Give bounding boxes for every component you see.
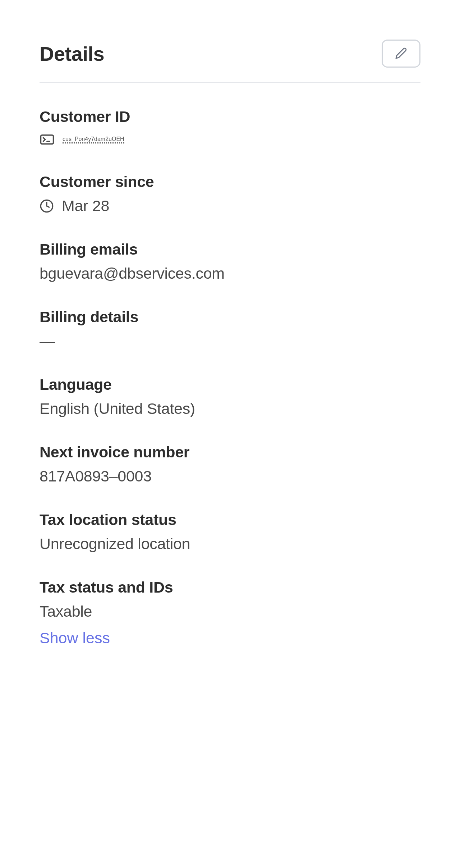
tax-status-and-ids-value: Taxable <box>40 603 420 620</box>
tax-location-status-field: Tax location status Unrecognized locatio… <box>40 511 420 553</box>
customer-id-field: Customer ID cus_Pon4y7dam2uOEH <box>40 108 420 147</box>
customer-since-value: Mar 28 <box>62 197 109 215</box>
details-header: Details <box>40 40 420 83</box>
page-title: Details <box>40 42 104 65</box>
show-less-link[interactable]: Show less <box>40 629 110 647</box>
customer-id-label: Customer ID <box>40 108 420 125</box>
customer-id-value[interactable]: cus_Pon4y7dam2uOEH <box>63 136 124 143</box>
next-invoice-number-label: Next invoice number <box>40 443 420 461</box>
billing-emails-value: bguevara@dbservices.com <box>40 265 420 282</box>
billing-details-field: Billing details — <box>40 308 420 350</box>
billing-emails-field: Billing emails bguevara@dbservices.com <box>40 241 420 282</box>
billing-details-label: Billing details <box>40 308 420 326</box>
svg-rect-0 <box>41 135 54 144</box>
language-field: Language English (United States) <box>40 376 420 417</box>
tax-location-status-label: Tax location status <box>40 511 420 529</box>
tax-status-and-ids-label: Tax status and IDs <box>40 579 420 596</box>
terminal-icon <box>40 132 55 147</box>
billing-emails-label: Billing emails <box>40 241 420 258</box>
next-invoice-number-field: Next invoice number 817A0893–0003 <box>40 443 420 485</box>
next-invoice-number-value: 817A0893–0003 <box>40 467 420 485</box>
customer-since-field: Customer since Mar 28 <box>40 173 420 215</box>
language-value: English (United States) <box>40 400 420 417</box>
language-label: Language <box>40 376 420 393</box>
customer-since-value-row: Mar 28 <box>40 197 420 215</box>
pencil-icon <box>395 47 407 60</box>
customer-id-value-row: cus_Pon4y7dam2uOEH <box>40 132 420 147</box>
edit-button[interactable] <box>382 40 420 68</box>
clock-icon <box>40 199 54 213</box>
billing-details-value: — <box>40 332 420 350</box>
customer-since-label: Customer since <box>40 173 420 191</box>
tax-location-status-value: Unrecognized location <box>40 535 420 553</box>
tax-status-and-ids-field: Tax status and IDs Taxable Show less <box>40 579 420 647</box>
